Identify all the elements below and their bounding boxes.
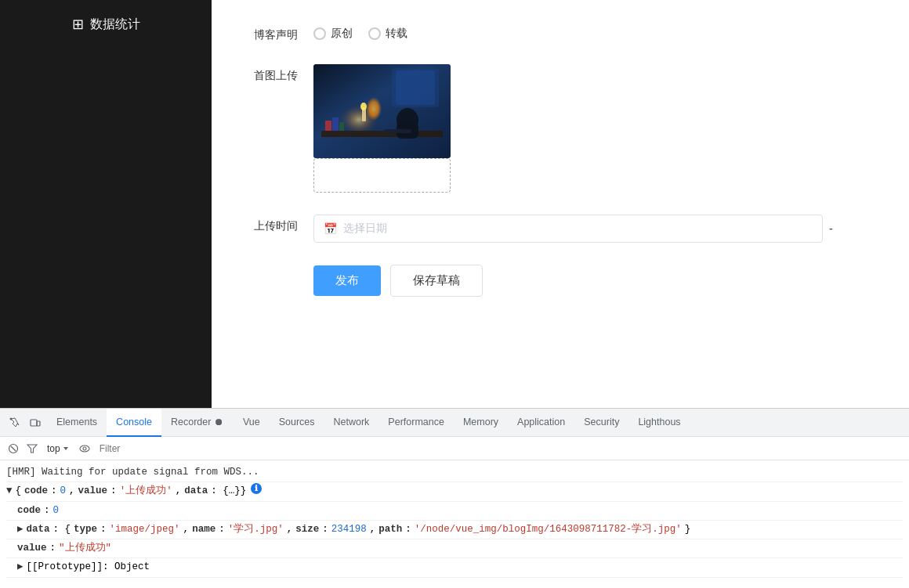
radio-repost[interactable]: 转载: [368, 27, 407, 41]
tab-performance[interactable]: Performance: [378, 409, 454, 437]
proto-expand[interactable]: ▶: [17, 559, 24, 575]
path-val: '/node/vue_img/blogImg/1643098711782-学习.…: [415, 521, 682, 538]
cover-row: 首图上传: [243, 64, 878, 193]
upload-button-area[interactable]: [313, 158, 451, 193]
devtools-secondary-toolbar: top: [0, 437, 909, 460]
upload-time-row: 上传时间 📅 选择日期 -: [243, 215, 878, 243]
tab-lighthouse[interactable]: Lighthous: [628, 409, 690, 437]
expand-triangle[interactable]: ▼: [6, 483, 13, 500]
upload-time-label: 上传时间: [243, 215, 298, 233]
declaration-label: 博客声明: [243, 23, 298, 42]
radio-group: 原创 转载: [313, 23, 407, 41]
tab-elements[interactable]: Elements: [47, 409, 107, 437]
log-object: ▼ { code : 0 , value : '上传成功' , data : {…: [6, 482, 903, 501]
grid-icon: ⊞: [72, 16, 84, 33]
log-proto: ▶ [[Prototype]]: Object: [6, 558, 903, 577]
tab-vue[interactable]: Vue: [234, 409, 270, 437]
inspect-icon[interactable]: [6, 414, 24, 431]
data-key-inline: data: [184, 483, 208, 500]
svg-line-17: [11, 446, 16, 451]
size-key: size: [295, 521, 319, 538]
svg-rect-7: [325, 121, 331, 131]
object-open: {: [16, 483, 22, 500]
image-placeholder: [313, 64, 451, 158]
tab-memory[interactable]: Memory: [454, 409, 508, 437]
action-row: 发布 保存草稿: [313, 265, 878, 297]
device-toggle-icon[interactable]: [27, 414, 44, 431]
sidebar-title: ⊞ 数据统计: [72, 16, 140, 33]
sidebar-title-text: 数据统计: [90, 16, 140, 33]
declaration-row: 博客声明 原创 转载: [243, 23, 878, 42]
log-code: code : 0: [6, 502, 903, 521]
type-val: 'image/jpeg': [110, 521, 180, 538]
draft-button[interactable]: 保存草稿: [390, 265, 483, 297]
filter-icon[interactable]: [25, 442, 39, 456]
devtools-panel: Elements Console Recorder ⏺ Vue Sources …: [0, 408, 909, 588]
content-area: 博客声明 原创 转载 首图上传: [212, 0, 909, 408]
date-input[interactable]: 📅 选择日期: [313, 215, 823, 243]
tab-network[interactable]: Network: [324, 409, 379, 437]
cover-label: 首图上传: [243, 64, 298, 83]
log-data: ▶ data : { type : 'image/jpeg' , name : …: [6, 521, 903, 539]
value-key: value: [78, 483, 108, 500]
svg-rect-6: [321, 131, 443, 137]
console-content: [HMR] Waiting for update signal from WDS…: [0, 460, 909, 588]
svg-rect-9: [339, 122, 344, 131]
radio-repost-label: 转载: [386, 27, 407, 41]
svg-point-13: [10, 417, 13, 420]
svg-rect-15: [37, 421, 40, 426]
proto-text: [[Prototype]]: Object: [27, 559, 150, 575]
filter-input[interactable]: [96, 442, 903, 456]
svg-marker-18: [27, 445, 37, 453]
devtools-tabs-toolbar: Elements Console Recorder ⏺ Vue Sources …: [0, 409, 909, 437]
publish-button[interactable]: 发布: [313, 265, 381, 296]
svg-marker-19: [63, 447, 68, 450]
radio-original[interactable]: 原创: [313, 27, 353, 41]
calendar-icon: 📅: [324, 222, 337, 235]
image-preview: [313, 64, 451, 158]
hmr-text: [HMR] Waiting for update signal from WDS…: [6, 464, 259, 481]
level-dropdown[interactable]: top: [44, 442, 73, 455]
date-separator: -: [829, 222, 833, 235]
info-icon: ℹ: [251, 483, 262, 494]
tab-application[interactable]: Application: [508, 409, 574, 437]
date-input-wrapper: 📅 选择日期 -: [313, 215, 878, 243]
code-key: code: [24, 483, 48, 500]
svg-rect-8: [332, 117, 339, 131]
value-string: "上传成功": [59, 540, 111, 557]
radio-circle-repost: [368, 27, 381, 40]
tab-recorder[interactable]: Recorder ⏺: [161, 409, 234, 437]
clear-console-icon[interactable]: [6, 442, 20, 456]
tab-security[interactable]: Security: [574, 409, 628, 437]
devtools-tabs: Elements Console Recorder ⏺ Vue Sources …: [47, 409, 903, 437]
path-key: path: [378, 521, 402, 538]
sidebar: ⊞ 数据统计: [0, 0, 212, 408]
main-area: ⊞ 数据统计 博客声明 原创 转载 首图上传: [0, 0, 909, 408]
type-key: type: [74, 521, 97, 538]
svg-rect-2: [396, 70, 435, 105]
data-key: data: [27, 521, 50, 538]
log-hmr: [HMR] Waiting for update signal from WDS…: [6, 464, 903, 482]
log-value: value : "上传成功": [6, 539, 903, 558]
svg-point-20: [80, 446, 89, 452]
tab-console[interactable]: Console: [107, 409, 161, 437]
tab-sources[interactable]: Sources: [270, 409, 324, 437]
radio-original-label: 原创: [331, 27, 353, 41]
image-upload-container: [313, 64, 451, 193]
value-key-2: value: [17, 540, 47, 557]
level-label: top: [47, 443, 60, 454]
svg-point-5: [360, 103, 367, 110]
date-placeholder: 选择日期: [343, 222, 387, 236]
code-val-2: 0: [53, 503, 60, 519]
cover-image-svg: [313, 64, 451, 158]
eye-icon[interactable]: [78, 442, 92, 456]
name-key: name: [192, 521, 215, 538]
radio-circle-original: [313, 27, 326, 40]
code-val: 0: [60, 483, 67, 500]
code-key-2: code: [17, 503, 41, 519]
name-val: '学习.jpg': [228, 521, 284, 538]
value-val: '上传成功': [120, 483, 172, 500]
data-expand[interactable]: ▶: [17, 521, 24, 538]
svg-rect-14: [31, 420, 37, 426]
size-val: 234198: [331, 521, 367, 538]
